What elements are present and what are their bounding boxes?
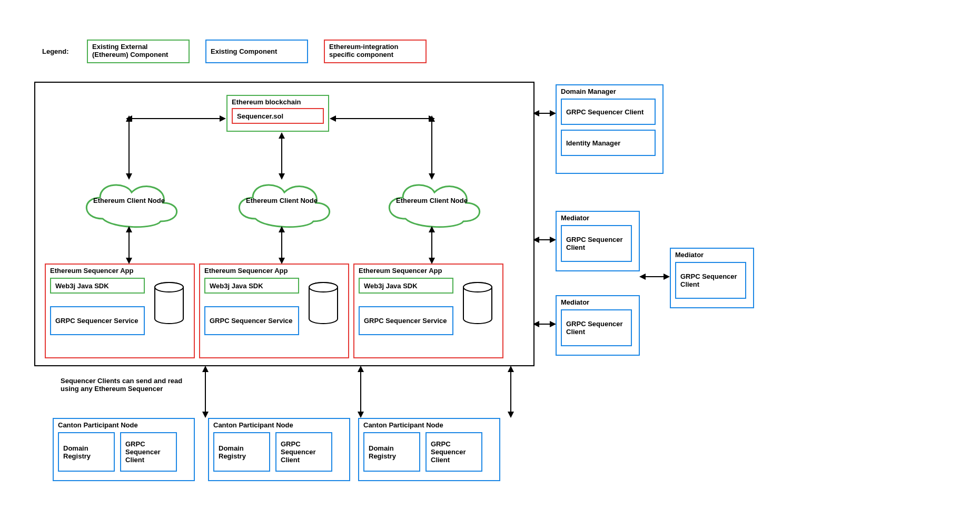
diagram-canvas: Legend: Existing External (Ethereum) Com… <box>11 18 800 524</box>
arrows-layer <box>11 18 800 524</box>
